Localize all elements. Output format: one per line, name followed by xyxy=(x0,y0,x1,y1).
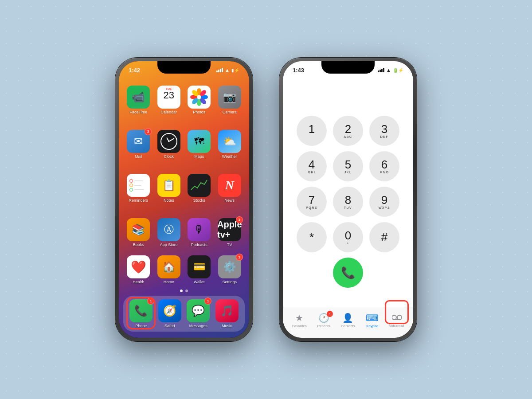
app-notes[interactable]: 📋 Notes xyxy=(155,174,183,203)
voicemail-icon xyxy=(392,313,402,323)
tab-voicemail[interactable]: Voicemail xyxy=(386,313,408,328)
favorites-label: Favorites xyxy=(292,324,307,328)
keypad-label: Keypad xyxy=(366,324,378,328)
weather-icon: ⛅ xyxy=(218,130,241,153)
phone-app-screen: 1:43 ▲ 🔋⚡ 1 xyxy=(283,61,413,338)
call-row: 📞 xyxy=(296,258,400,288)
key-1[interactable]: 1 xyxy=(297,116,327,146)
app-books[interactable]: 📚 Books xyxy=(125,218,152,247)
tv-label: TV xyxy=(227,243,232,247)
app-clock[interactable]: Clock xyxy=(155,130,183,159)
music-label: Music xyxy=(222,324,232,328)
status-icons-2: ▲ 🔋⚡ xyxy=(378,67,403,73)
recents-badge: 1 xyxy=(327,311,333,317)
mail-badge: 2 xyxy=(145,128,152,135)
reminders-label: Reminders xyxy=(129,198,148,203)
notch1 xyxy=(157,61,211,74)
key-hash[interactable]: # xyxy=(369,222,399,252)
tab-favorites[interactable]: ★ Favorites xyxy=(288,313,310,328)
news-icon: N xyxy=(218,174,241,197)
mail-icon: ✉ 2 xyxy=(127,130,150,153)
app-news[interactable]: N News xyxy=(216,174,243,203)
books-icon: 📚 xyxy=(127,218,150,241)
phone2-screen: 1:43 ▲ 🔋⚡ 1 xyxy=(283,61,413,338)
app-reminders[interactable]: Reminders xyxy=(125,174,152,203)
app-weather[interactable]: ⛅ Weather xyxy=(216,130,243,159)
call-icon: 📞 xyxy=(341,266,355,280)
tab-contacts[interactable]: 👤 Contacts xyxy=(337,313,359,328)
app-mail[interactable]: ✉ 2 Mail xyxy=(125,130,152,159)
page-dots xyxy=(119,288,249,294)
key-2[interactable]: 2 ABC xyxy=(333,116,363,146)
safari-icon: 🧭 xyxy=(158,299,181,322)
empty-right xyxy=(365,258,400,288)
dock-phone[interactable]: 📞 1 Phone xyxy=(129,299,153,328)
time-1: 1:42 xyxy=(129,67,140,74)
music-icon: 🎵 xyxy=(215,299,239,322)
keypad-area: 1 2 ABC 3 DEF 4 GHI xyxy=(283,75,413,307)
app-settings[interactable]: ⚙️ 1 Settings xyxy=(216,255,243,284)
settings-badge: 1 xyxy=(236,254,243,261)
home-label: Home xyxy=(164,280,174,284)
app-tv[interactable]: Apple tv+ 1 TV xyxy=(216,218,243,247)
tv-badge: 1 xyxy=(236,216,243,223)
signal2-icon xyxy=(378,68,384,72)
clock-label: Clock xyxy=(164,154,174,159)
app-stocks[interactable]: Stocks xyxy=(185,174,213,203)
phone1-frame: 1:42 ▲ ▮⚡ 📹 xyxy=(115,58,253,341)
wifi2-icon: ▲ xyxy=(386,67,391,73)
key-7[interactable]: 7 PQRS xyxy=(297,187,327,217)
settings-label: Settings xyxy=(222,280,237,284)
key-3[interactable]: 3 DEF xyxy=(369,116,399,146)
phone2-frame: 1:43 ▲ 🔋⚡ 1 xyxy=(279,58,417,341)
key-8[interactable]: 8 TUV xyxy=(333,187,363,217)
key-9[interactable]: 9 WXYZ xyxy=(369,187,399,217)
key-4[interactable]: 4 GHI xyxy=(297,151,327,181)
phone1-screen: 1:42 ▲ ▮⚡ 📹 xyxy=(119,61,249,338)
tab-keypad[interactable]: ⌨ Keypad xyxy=(361,313,383,328)
key-5[interactable]: 5 JKL xyxy=(333,151,363,181)
svg-point-9 xyxy=(392,315,396,320)
app-home[interactable]: 🏠 Home xyxy=(155,255,183,284)
battery2-icon: 🔋⚡ xyxy=(393,68,403,73)
signal-icon xyxy=(216,68,223,72)
podcasts-icon: 🎙 xyxy=(188,218,211,241)
photos-label: Photos xyxy=(193,110,205,114)
app-maps[interactable]: 🗺 Maps xyxy=(185,130,213,159)
weather-label: Weather xyxy=(222,154,237,159)
clock-center xyxy=(168,141,169,142)
stocks-icon xyxy=(188,174,211,197)
appstore-label: App Store xyxy=(160,243,178,247)
safari-label: Safari xyxy=(164,324,175,328)
home-icon: 🏠 xyxy=(157,255,180,278)
app-calendar[interactable]: TUE 23 Calendar xyxy=(155,86,183,114)
call-button[interactable]: 📞 xyxy=(333,258,363,288)
app-appstore[interactable]: Ⓐ App Store xyxy=(155,218,183,247)
stocks-label: Stocks xyxy=(193,198,205,203)
app-wallet[interactable]: 💳 Wallet xyxy=(185,255,213,284)
tv-icon: Apple tv+ 1 xyxy=(218,218,241,241)
photos-icon xyxy=(188,86,211,109)
dock-music[interactable]: 🎵 Music xyxy=(215,299,239,328)
key-0[interactable]: 0 + xyxy=(333,222,363,252)
phone-icon: 📞 1 xyxy=(129,299,153,322)
key-star[interactable]: * xyxy=(297,222,327,252)
app-podcasts[interactable]: 🎙 Podcasts xyxy=(185,218,213,247)
app-facetime[interactable]: 📹 FaceTime xyxy=(125,86,152,114)
calendar-label: Calendar xyxy=(160,110,177,114)
notch2 xyxy=(321,61,375,74)
app-grid: 📹 FaceTime TUE 23 Calendar xyxy=(119,75,249,288)
app-health[interactable]: ❤️ Health xyxy=(125,255,152,284)
contacts-icon: 👤 xyxy=(342,313,353,323)
app-camera[interactable]: 📷 Camera xyxy=(216,86,243,114)
battery-icon: ▮⚡ xyxy=(231,68,239,73)
key-6[interactable]: 6 MNO xyxy=(369,151,399,181)
dock-safari[interactable]: 🧭 Safari xyxy=(157,299,182,328)
notes-label: Notes xyxy=(164,198,174,203)
tab-recents[interactable]: 🕐 1 Recents xyxy=(313,313,335,328)
notes-icon: 📋 xyxy=(157,174,180,197)
dock-messages[interactable]: 💬 1 Messages xyxy=(186,299,211,328)
status-icons-1: ▲ ▮⚡ xyxy=(216,67,239,73)
contacts-label: Contacts xyxy=(341,324,355,328)
app-photos[interactable]: Photos xyxy=(185,86,213,114)
